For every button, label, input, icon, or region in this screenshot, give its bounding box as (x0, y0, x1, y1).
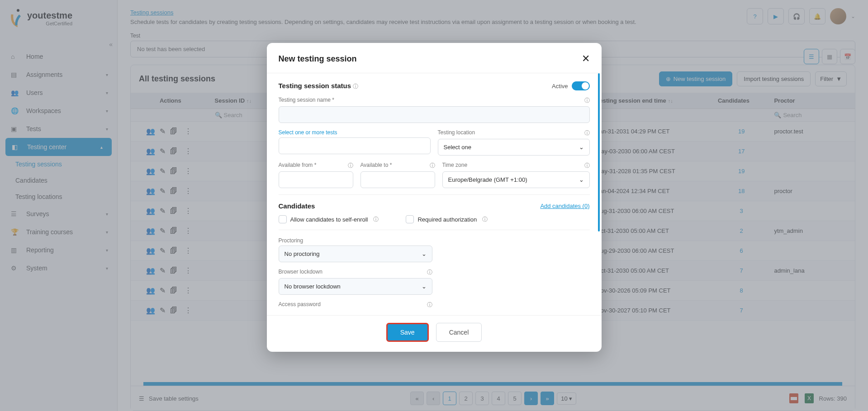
info-icon[interactable]: ⓘ (430, 162, 435, 170)
modal-scrollbar[interactable] (598, 73, 600, 231)
active-label: Active (552, 83, 568, 90)
info-icon[interactable]: ⓘ (584, 97, 590, 104)
info-icon[interactable]: ⓘ (584, 162, 590, 170)
info-icon[interactable]: ⓘ (373, 216, 379, 223)
field-label: Available from (279, 162, 313, 168)
candidates-section-title: Candidates (279, 202, 315, 210)
modal-title: New testing session (279, 54, 357, 64)
select-tests-link[interactable]: Select one or more tests (279, 129, 431, 136)
field-label: Access password (279, 301, 321, 309)
modal-header: New testing session ✕ (267, 43, 602, 73)
status-section-title: Testing session status (279, 82, 351, 90)
select-value: No proctoring (285, 250, 320, 257)
info-icon[interactable]: ⓘ (482, 216, 488, 223)
location-select[interactable]: Select one⌄ (438, 139, 590, 156)
available-to-input[interactable] (360, 171, 435, 188)
select-value: Select one (444, 144, 471, 151)
modal-close-button[interactable]: ✕ (582, 53, 590, 65)
field-label: Browser lockdown (279, 269, 323, 276)
save-button[interactable]: Save (386, 323, 429, 342)
lockdown-select[interactable]: No browser lockdown⌄ (279, 278, 432, 295)
select-value: No browser lockdown (285, 283, 341, 290)
add-candidates-link[interactable]: Add candidates (0) (540, 203, 589, 209)
modal-overlay: New testing session ✕ Testing session st… (0, 0, 868, 411)
info-icon[interactable]: ⓘ (353, 83, 358, 90)
new-session-modal: New testing session ✕ Testing session st… (267, 43, 602, 352)
cancel-button[interactable]: Cancel (436, 323, 482, 342)
timezone-select[interactable]: Europe/Belgrade (GMT +1:00)⌄ (442, 171, 590, 188)
select-value: Europe/Belgrade (GMT +1:00) (448, 176, 527, 183)
tests-input[interactable] (279, 137, 431, 154)
chevron-down-icon: ⌄ (579, 176, 584, 183)
checkbox-label: Required authorization (417, 216, 477, 223)
field-label: Testing location (438, 129, 475, 137)
info-icon[interactable]: ⓘ (427, 269, 432, 276)
chevron-down-icon: ⌄ (579, 144, 584, 151)
modal-body: Testing session statusⓘ Active Testing s… (267, 73, 602, 315)
info-icon[interactable]: ⓘ (584, 129, 590, 137)
chevron-down-icon: ⌄ (422, 250, 427, 257)
self-enroll-checkbox[interactable] (279, 215, 287, 223)
modal-footer: Save Cancel (267, 315, 602, 352)
required-auth-checkbox[interactable] (406, 215, 414, 223)
chevron-down-icon: ⌄ (422, 283, 427, 290)
available-from-input[interactable] (279, 171, 353, 188)
field-label: Time zone (442, 162, 468, 170)
session-name-input[interactable] (279, 106, 590, 123)
info-icon[interactable]: ⓘ (348, 162, 353, 170)
info-icon[interactable]: ⓘ (427, 301, 432, 309)
checkbox-label: Allow candidates to self-enroll (290, 216, 368, 223)
active-toggle[interactable] (572, 81, 590, 90)
field-label: Available to (360, 162, 389, 168)
proctoring-select[interactable]: No proctoring⌄ (279, 246, 432, 262)
field-label: Testing session name (279, 97, 331, 103)
proctoring-label: Proctoring (279, 237, 432, 244)
